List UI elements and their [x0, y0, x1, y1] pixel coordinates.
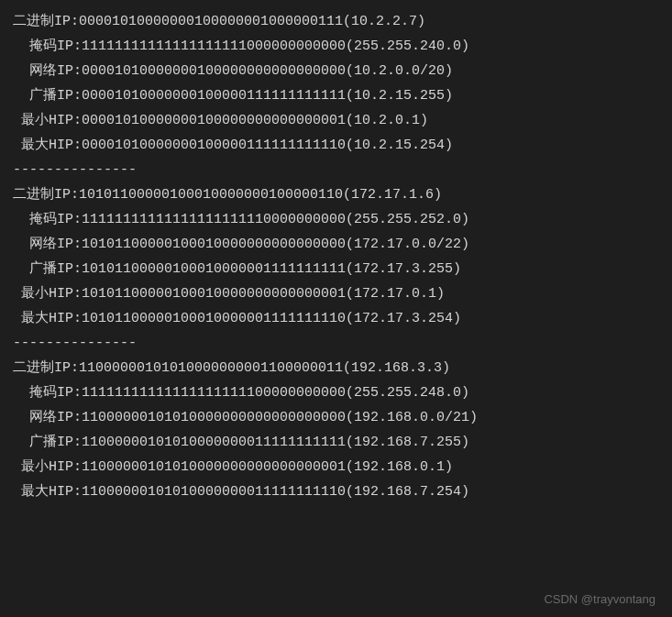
output-line: 最小HIP:00001010000000100000000000000001(1…	[13, 108, 659, 133]
output-line: 二进制IP:00001010000000100000001000000111(1…	[13, 9, 659, 34]
output-line: 二进制IP:10101100000100010000000100000110(1…	[13, 182, 659, 207]
output-line: 广播IP:10101100000100010000001111111111(17…	[13, 257, 659, 281]
ip-block: 二进制IP:00001010000000100000001000000111(1…	[13, 9, 659, 158]
output-line: 网络IP:11000000101010000000000000000000(19…	[13, 405, 659, 430]
ip-block: 二进制IP:11000000101010000000001100000011(1…	[13, 356, 659, 504]
watermark-text: CSDN @trayvontang	[544, 589, 655, 610]
separator: ---------------	[13, 158, 659, 182]
output-line: 二进制IP:11000000101010000000001100000011(1…	[13, 356, 659, 380]
output-line: 掩码IP:11111111111111111111000000000000(25…	[13, 34, 659, 59]
output-line: 广播IP:00001010000000100000111111111111(10…	[13, 83, 659, 108]
output-line: 最大HIP:10101100000100010000001111111110(1…	[13, 306, 659, 331]
output-line: 最小HIP:10101100000100010000000000000001(1…	[13, 281, 659, 306]
output-line: 掩码IP:11111111111111111111100000000000(25…	[13, 380, 659, 405]
ip-block: 二进制IP:10101100000100010000000100000110(1…	[13, 182, 659, 331]
output-line: 掩码IP:11111111111111111111110000000000(25…	[13, 207, 659, 232]
output-line: 网络IP:00001010000000100000000000000000(10…	[13, 59, 659, 83]
separator: ---------------	[13, 331, 659, 356]
output-line: 最小HIP:11000000101010000000000000000001(1…	[13, 455, 659, 479]
terminal-output: 二进制IP:00001010000000100000001000000111(1…	[13, 9, 659, 504]
output-line: 广播IP:11000000101010000000011111111111(19…	[13, 430, 659, 455]
output-line: 最大HIP:11000000101010000000011111111110(1…	[13, 479, 659, 504]
output-line: 网络IP:10101100000100010000000000000000(17…	[13, 232, 659, 257]
output-line: 最大HIP:00001010000000100000111111111110(1…	[13, 133, 659, 158]
